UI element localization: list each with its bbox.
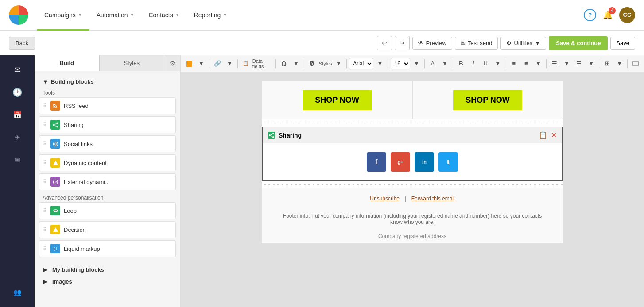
svg-line-4	[54, 123, 56, 124]
loop-icon	[50, 206, 60, 215]
images-header[interactable]: ▶ Images	[35, 276, 180, 288]
list-ol-btn[interactable]: ☰	[573, 58, 585, 70]
forward-link[interactable]: Forward this email	[411, 196, 455, 202]
notifications-bell[interactable]: 🔔 4	[601, 9, 614, 21]
save-continue-button[interactable]: Save & continue	[549, 36, 608, 50]
block-external-dynamic[interactable]: ⠿ CM External dynami...	[39, 173, 176, 190]
sidebar-item-message[interactable]: ✉	[6, 150, 28, 170]
social-links-icon	[50, 139, 60, 149]
styles-caret[interactable]: ▼	[333, 58, 345, 70]
data-fields-label[interactable]: Data fields	[252, 58, 273, 69]
block-social-links[interactable]: ⠿ Social links	[39, 135, 176, 152]
panel-section-blocks: ▼ Building blocks Tools ⠿ RSS feed ⠿ Sha…	[35, 71, 180, 264]
shop-now-btn-left[interactable]: SHOP NOW	[303, 90, 372, 110]
align-caret[interactable]: ▼	[533, 58, 544, 70]
omega-caret[interactable]: ▼	[291, 58, 302, 70]
email-icon: ✉	[461, 40, 466, 46]
font-size-select[interactable]: 16	[391, 58, 410, 69]
tab-styles[interactable]: Styles	[100, 55, 165, 71]
svg-line-5	[54, 125, 56, 126]
size-caret[interactable]: ▼	[411, 58, 423, 70]
svg-point-20	[272, 136, 274, 138]
html-btn[interactable]	[630, 58, 641, 70]
styles-label[interactable]: Styles	[319, 61, 332, 66]
block-decision[interactable]: ⠿ Decision	[39, 221, 176, 238]
sidebar-item-send[interactable]: ✈	[6, 127, 28, 148]
block-rss-feed[interactable]: ⠿ RSS feed	[39, 97, 176, 114]
styles-btn[interactable]: 🅐	[306, 58, 318, 70]
block-sharing[interactable]: ⠿ Sharing	[39, 116, 176, 133]
sharing-icon	[50, 120, 60, 130]
list-ol-caret[interactable]: ▼	[586, 58, 597, 70]
nav-campaigns[interactable]: Campaigns ▼	[37, 1, 89, 29]
link-btn[interactable]: 🔗	[212, 58, 223, 70]
top-nav: Campaigns ▼ Automation ▼ Contacts ▼ Repo…	[0, 0, 644, 31]
list-ul-btn[interactable]: ☰	[549, 58, 560, 70]
table-btn[interactable]: ⊞	[601, 58, 613, 70]
preview-button[interactable]: 👁 Preview	[412, 37, 452, 50]
underline-btn[interactable]: U	[480, 58, 491, 70]
close-block-btn[interactable]: ✕	[551, 131, 557, 139]
facebook-btn[interactable]: f	[367, 152, 386, 172]
googleplus-btn[interactable]: g+	[391, 152, 410, 172]
tools-label: Tools	[39, 88, 176, 97]
omega-btn[interactable]: Ω	[278, 58, 290, 70]
fill-color-btn[interactable]	[183, 58, 195, 70]
block-dynamic-content[interactable]: ⠿ Dynamic content	[39, 154, 176, 171]
tab-build[interactable]: Build	[35, 55, 100, 71]
font-color-btn[interactable]: A	[427, 58, 438, 70]
data-fields-btn[interactable]: 📋	[240, 58, 252, 70]
table-caret[interactable]: ▼	[614, 58, 625, 70]
sidebar-item-clock[interactable]: 🕐	[6, 82, 28, 103]
unsubscribe-link[interactable]: Unsubscribe	[370, 196, 400, 202]
shop-now-btn-right[interactable]: SHOP NOW	[453, 90, 522, 110]
nav-automation[interactable]: Automation ▼	[89, 1, 142, 29]
test-send-button[interactable]: ✉ Test send	[455, 37, 498, 50]
dotted-divider-top	[262, 119, 563, 127]
redo-button[interactable]: ↪	[395, 36, 410, 50]
font-family-select[interactable]: Arial	[349, 58, 373, 69]
utilities-button[interactable]: ⚙ Utilities ▼	[500, 37, 546, 50]
linkedin-btn[interactable]: in	[415, 152, 434, 172]
sidebar-item-calendar[interactable]: 📅	[6, 105, 28, 125]
logo	[9, 5, 28, 25]
block-loop[interactable]: ⠿ Loop	[39, 202, 176, 219]
advanced-label: Advanced personalisation	[39, 192, 176, 202]
footer-address: Company registered address	[262, 230, 563, 243]
social-icons-row: f g+ in 𝕥	[263, 143, 562, 180]
shop-now-cell-left: SHOP NOW	[262, 81, 412, 119]
align-left-btn[interactable]: ≡	[508, 58, 520, 70]
twitter-btn[interactable]: 𝕥	[438, 152, 458, 172]
copy-block-btn[interactable]: 📋	[539, 131, 547, 139]
bold-btn[interactable]: B	[455, 58, 467, 70]
chevron-right-icon: ▶	[43, 266, 47, 273]
dynamic-content-icon	[50, 158, 60, 168]
align-center-btn[interactable]: ≡	[520, 58, 532, 70]
italic-btn[interactable]: I	[468, 58, 479, 70]
svg-marker-8	[53, 161, 58, 165]
list-caret[interactable]: ▼	[561, 58, 573, 70]
back-button[interactable]: Back	[9, 37, 35, 50]
font-color-caret[interactable]: ▼	[439, 58, 451, 70]
sidebar-item-email[interactable]: ✉	[6, 60, 28, 80]
external-dynamic-icon: CM	[50, 177, 60, 187]
building-blocks-header[interactable]: ▼ Building blocks	[39, 76, 176, 88]
help-button[interactable]: ?	[584, 9, 596, 21]
nav-reporting[interactable]: Reporting ▼	[187, 1, 235, 29]
font-caret[interactable]: ▼	[374, 58, 386, 70]
twitter-icon: 𝕥	[447, 159, 450, 165]
user-avatar[interactable]: CC	[619, 7, 635, 23]
dotted-divider-bottom	[262, 181, 563, 188]
underline-caret[interactable]: ▼	[492, 58, 504, 70]
drag-handle: ⠿	[43, 226, 47, 233]
sidebar-item-users[interactable]: 👥	[6, 282, 28, 303]
undo-button[interactable]: ↩	[377, 36, 392, 50]
block-liquid-markup[interactable]: ⠿ {i} Liquid markup	[39, 240, 176, 257]
my-building-blocks-header[interactable]: ▶ My building blocks	[35, 264, 180, 276]
save-button[interactable]: Save	[610, 37, 635, 50]
fill-caret[interactable]: ▼	[196, 58, 207, 70]
panel-settings-btn[interactable]: ⚙	[164, 55, 180, 71]
nav-contacts[interactable]: Contacts ▼	[141, 1, 186, 29]
reporting-caret: ▼	[223, 12, 227, 17]
link-caret[interactable]: ▼	[224, 58, 236, 70]
